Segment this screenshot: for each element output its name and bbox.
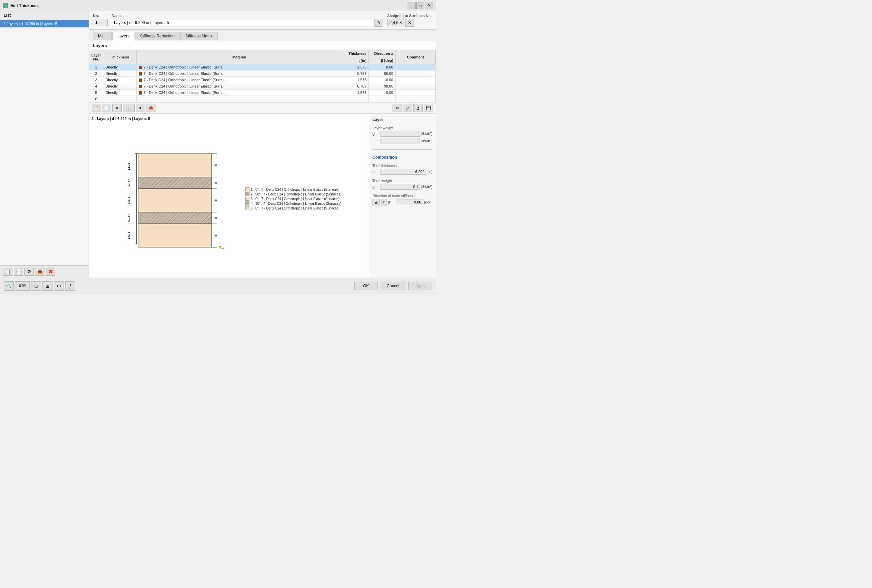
d-unit: [in] [427,170,432,174]
value-btn[interactable]: 0.00 [15,281,30,291]
edit-name-btn[interactable]: ✎ [374,19,383,27]
function-btn[interactable]: ⚙ [24,268,34,276]
add-row-btn[interactable]: 📋 [92,104,101,112]
tab-layers[interactable]: Layers [112,32,134,40]
square-btn[interactable]: □ [31,281,41,291]
g-input[interactable] [380,184,420,190]
svg-point-23 [215,200,217,201]
code-left-btn[interactable]: <> [392,104,402,112]
left-bottom-toolbar: 📋 📄 ⚙ 📤 ✕ [0,265,89,278]
delete-btn[interactable]: ✕ [46,268,55,276]
gi-input-2[interactable] [380,138,420,144]
dropdown-btn[interactable]: ▼ [381,199,386,206]
g-label: g [373,185,379,189]
name-input[interactable] [112,19,373,26]
d-input[interactable] [380,169,426,175]
tabs-bar: Main Layers Stiffness Reduction Stiffnes… [89,30,436,40]
table-row[interactable]: 4 Directly 7 - Derix C24 | Orthotropic |… [89,83,436,90]
legend-text-3: 3 : 0° | 7 - Derix C24 | Orthotropic | L… [251,197,339,201]
copy-btn[interactable]: 📄 [14,268,23,276]
col-header-t: Thickness [342,50,369,57]
svg-rect-3 [138,154,212,177]
gi-label: gi [373,132,379,136]
tab-stiffness-matrix[interactable]: Stiffness Matrix [180,32,218,40]
assigned-input[interactable] [387,19,404,26]
bottom-left-icons: 🔍 0.00 □ ⊞ ⚙ ƒ [4,281,75,291]
legend-text-2: 2 : 90° | 7 - Derix C24 | Orthotropic | … [251,192,341,196]
func-icon-btn[interactable]: ƒ [65,281,75,291]
table-row[interactable]: 6 [89,96,436,102]
maximize-button[interactable]: □ [416,2,424,9]
bottom-right-btns: OK Cancel Apply [355,282,432,290]
no-input[interactable] [93,19,108,26]
window-icon: ✎ [3,3,8,8]
export-btn[interactable]: 📤 [146,104,155,112]
svg-text:1.575: 1.575 [127,163,131,171]
code-right-btn[interactable]: ◇ [403,104,412,112]
legend-text-1: 1 : 0° | 7 - Derix C24 | Orthotropic | L… [251,188,339,191]
table-row[interactable]: 3 Directly 7 - Derix C24 | Orthotropic |… [89,77,436,83]
ok-button[interactable]: OK [355,282,378,290]
viz-title: 1 - Layers | d : 6.299 in | Layers: 5 [92,117,366,121]
gi-unit-1: [lbf/in³] [421,132,432,136]
minimize-button[interactable]: — [407,2,416,9]
cancel-button[interactable]: Cancel [380,282,406,290]
beta-input[interactable] [396,199,423,205]
svg-rect-6 [138,212,212,224]
svg-rect-7 [138,224,212,247]
svg-text:z: z [222,247,224,249]
col-header-t-unit: t [in] [342,57,369,64]
table-row[interactable]: 5 Directly 7 - Derix C24 | Orthotropic |… [89,90,436,96]
grid-btn[interactable]: ⊞ [42,281,53,291]
print-btn[interactable]: 🖨 [413,104,422,112]
gi-row-1: gi [lbf/in³] [373,130,432,136]
col-header-dir: Direction x [369,50,395,57]
search-icon-btn[interactable]: 🔍 [4,281,14,291]
total-thickness-label: Total thickness [373,164,432,168]
col-header-layer-no: LayerNo. [89,50,103,64]
assigned-edit-btn[interactable]: ✕ [405,19,414,27]
svg-rect-4 [138,177,212,189]
copy-row-btn[interactable]: 📄 [102,104,111,112]
total-weight-section: Total weight g [lbf/in²] [373,179,432,191]
no-label: No. [93,14,108,18]
col-header-dir-unit: β [deg] [369,57,395,64]
list-item[interactable]: 1 Layers | d : 6.299 in | Layers: 5 [0,20,89,27]
settings-icon-btn[interactable]: ⚙ [54,281,64,291]
window-controls: — □ ✕ [407,2,433,9]
layers-table: LayerNo. Thickness Material Thickness Di… [89,50,436,102]
props-panel: Layer Layer weight gi [lbf/in³] [369,114,436,278]
table-row[interactable]: 2 Directly 7 - Derix C24 | Orthotropic |… [89,70,436,77]
col-header-material: Material [137,50,342,64]
close-button[interactable]: ✕ [425,2,433,9]
d-row: d [in] [373,169,432,175]
print-props-btn[interactable]: 🖨 [373,199,380,206]
main-content: List 1 Layers | d : 6.299 in | Layers: 5… [0,11,436,278]
book-btn[interactable]: 📖 [123,104,135,112]
name-label: Name [112,14,383,18]
d-label: d [373,170,379,174]
save-small-btn[interactable]: 📤 [35,268,45,276]
legend-text-5: 5 : 0° | 7 - Derix C24 | Orthotropic | L… [251,207,339,210]
tab-stiffness-reduction[interactable]: Stiffness Reduction [135,32,180,40]
tab-main[interactable]: Main [93,32,112,40]
new-btn[interactable]: 📋 [3,268,12,276]
arrow-btn[interactable]: ➤ [136,104,145,112]
table-row[interactable]: 1 Directly 7 - Derix C24 | Orthotropic |… [89,64,436,70]
beta-label: β' [388,200,395,204]
save-export-btn[interactable]: 💾 [424,104,433,112]
gi-input-1[interactable] [380,130,420,136]
dir-stiffness-section: Direction of main stiffness 🖨 ▼ β' [deg] [373,194,432,207]
form-area: No. Name ✎ Assigned to Surfaces No. ✕ [89,11,436,30]
svg-text:0.787: 0.787 [127,214,131,222]
list-header: List [0,11,89,20]
svg-point-22 [215,182,217,184]
delete-row-btn[interactable]: ✕ [112,104,122,112]
no-group: No. [93,14,108,26]
col-header-thickness: Thickness [103,50,137,64]
main-window: ✎ Edit Thickness — □ ✕ List 1 Layers | d… [0,0,436,294]
apply-button[interactable]: Apply [408,282,432,290]
svg-text:1.575: 1.575 [127,197,131,204]
layers-section-header: Layers [89,40,436,50]
right-panel: No. Name ✎ Assigned to Surfaces No. ✕ [89,11,436,278]
